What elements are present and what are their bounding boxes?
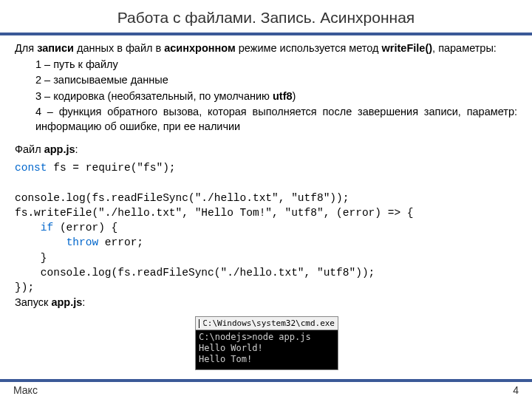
code-line: console.log(fs.readFileSync("./hello.txt…	[15, 267, 375, 279]
bold-utf8: utf8	[273, 90, 293, 102]
kw-throw: throw	[66, 236, 99, 248]
t: Для	[15, 42, 37, 54]
t: )	[293, 90, 296, 102]
t: данных в файл в	[74, 42, 164, 54]
terminal-window: C:\Windows\system32\cmd.exe C:\nodejs>no…	[195, 316, 338, 370]
t: (error) {	[53, 222, 117, 233]
bold-async: асинхронном	[164, 42, 236, 54]
code-line: }	[15, 252, 47, 264]
t: , параметры:	[432, 42, 497, 54]
t: :	[75, 143, 78, 155]
t: :	[82, 296, 85, 308]
intro-text: Для записи данных в файл в асинхронном р…	[15, 41, 517, 56]
t: error;	[98, 236, 143, 248]
t: режиме используется метод	[236, 42, 382, 54]
bold-appjs2: app.js	[51, 296, 82, 308]
content-area: Для записи данных в файл в асинхронном р…	[0, 35, 532, 310]
kw-if: if	[41, 222, 53, 233]
pad	[15, 236, 66, 248]
t: fs = require("fs");	[47, 162, 176, 174]
param-2: 2 – записываемые данные	[35, 73, 517, 88]
footer: Макс 4	[0, 379, 532, 399]
param-3: 3 – кодировка (необязательный, по умолча…	[35, 89, 517, 104]
run-label: Запуск app.js:	[15, 296, 517, 310]
terminal-titlebar: C:\Windows\system32\cmd.exe	[196, 317, 338, 330]
param-1: 1 – путь к файлу	[35, 58, 517, 72]
param-4: 4 – функция обратного вызова, которая вы…	[35, 105, 517, 134]
cmd-icon	[199, 319, 200, 328]
footer-page: 4	[513, 384, 519, 396]
file-label: Файл app.js:	[15, 143, 517, 157]
code-block: const fs = require("fs"); console.log(fs…	[15, 160, 517, 296]
params-list: 1 – путь к файлу 2 – записываемые данные…	[15, 58, 517, 134]
pad	[15, 222, 41, 233]
slide-title: Работа с файлами. Запись. Асинхронная	[0, 0, 532, 33]
footer-author: Макс	[13, 384, 38, 396]
code-line: console.log(fs.readFileSync("./hello.txt…	[15, 192, 349, 204]
t: Запуск	[15, 296, 51, 308]
bold-writefile: writeFile()	[382, 42, 432, 54]
code-line: fs.writeFile("./hello.txt", "Hello Tom!"…	[15, 207, 414, 219]
code-line: });	[15, 282, 34, 293]
bold-zapisi: записи	[37, 42, 74, 54]
t: 3 – кодировка (необязательный, по умолча…	[35, 90, 273, 102]
t: Файл	[15, 143, 44, 155]
bold-appjs: app.js	[44, 143, 75, 155]
terminal-title-text: C:\Windows\system32\cmd.exe	[202, 318, 335, 328]
kw-const: const	[15, 162, 47, 174]
terminal-body: C:\nodejs>node app.js Hello World! Hello…	[196, 330, 338, 369]
